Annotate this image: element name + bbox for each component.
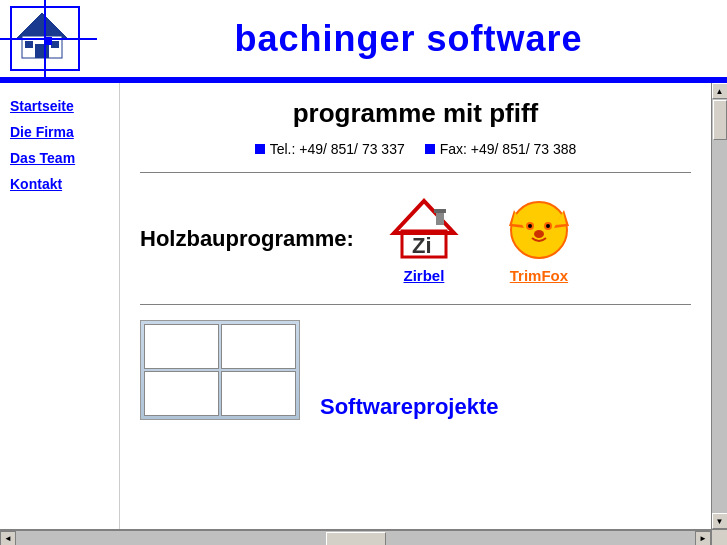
scroll-up-button[interactable]: ▲ [712,83,728,99]
svg-point-19 [534,230,544,238]
scroll-thumb-horizontal[interactable] [326,532,386,546]
logo-house-icon [12,8,72,63]
screenshot-pane-2 [221,324,296,369]
software-title: Softwareprojekte [320,394,499,420]
contact-info: Tel.: +49/ 851/ 73 337 Fax: +49/ 851/ 73… [140,141,691,157]
separator-2 [140,304,691,305]
svg-rect-2 [35,44,49,58]
page-title: programme mit pfiff [140,98,691,129]
fax: Fax: +49/ 851/ 73 388 [425,141,577,157]
main-content: programme mit pfiff Tel.: +49/ 851/ 73 3… [120,83,711,529]
scroll-right-button[interactable]: ► [695,531,711,546]
trimfox-link[interactable]: TrimFox [510,267,568,284]
svg-marker-0 [17,13,67,38]
svg-rect-4 [51,41,59,48]
fax-icon [425,144,435,154]
sidebar-item-kontakt[interactable]: Kontakt [10,176,109,192]
svg-rect-8 [436,211,444,225]
zirbel-item: Zi Zirbel [384,193,464,284]
scroll-track-horizontal[interactable] [16,531,695,546]
screenshot-inner [141,321,299,419]
scroll-track-vertical[interactable] [712,99,728,513]
tel-icon [255,144,265,154]
site-title: bachinger software [100,18,717,60]
telephone: Tel.: +49/ 851/ 73 337 [255,141,405,157]
screenshot-pane-1 [144,324,219,369]
holzbau-section: Holzbauprogramme: Zi Zirbe [140,193,691,284]
scroll-left-button[interactable]: ◄ [0,531,16,546]
sidebar-item-das-team[interactable]: Das Team [10,150,109,166]
svg-text:Zi: Zi [412,233,432,258]
screenshot-pane-3 [144,371,219,416]
sidebar-item-die-firma[interactable]: Die Firma [10,124,109,140]
sidebar-item-startseite[interactable]: Startseite [10,98,109,114]
software-section: Softwareprojekte [140,320,691,420]
zirbel-logo-icon: Zi [384,193,464,263]
svg-point-18 [546,224,550,228]
separator-1 [140,172,691,173]
holzbau-logos: Zi Zirbel [384,193,574,284]
zirbel-link[interactable]: Zirbel [404,267,445,284]
screenshot-pane-4 [221,371,296,416]
holzbau-title: Holzbauprogramme: [140,226,354,252]
scroll-down-button[interactable]: ▼ [712,513,728,529]
svg-rect-3 [25,41,33,48]
svg-marker-5 [394,201,454,233]
svg-rect-9 [434,209,446,213]
fax-text: Fax: +49/ 851/ 73 388 [440,141,577,157]
scrollbar-corner [711,530,727,545]
logo-crosshair-dot [44,37,52,45]
logo [10,6,80,71]
tel-text: Tel.: +49/ 851/ 73 337 [270,141,405,157]
sidebar: Startseite Die Firma Das Team Kontakt [0,83,120,529]
horizontal-scrollbar[interactable]: ◄ ► [0,530,711,545]
vertical-scrollbar[interactable]: ▲ ▼ [711,83,727,529]
trimfox-logo-icon [504,198,574,263]
software-screenshot [140,320,300,420]
trimfox-item: TrimFox [504,198,574,284]
svg-point-17 [528,224,532,228]
scroll-thumb-vertical[interactable] [713,100,727,140]
header: bachinger software [0,0,727,80]
